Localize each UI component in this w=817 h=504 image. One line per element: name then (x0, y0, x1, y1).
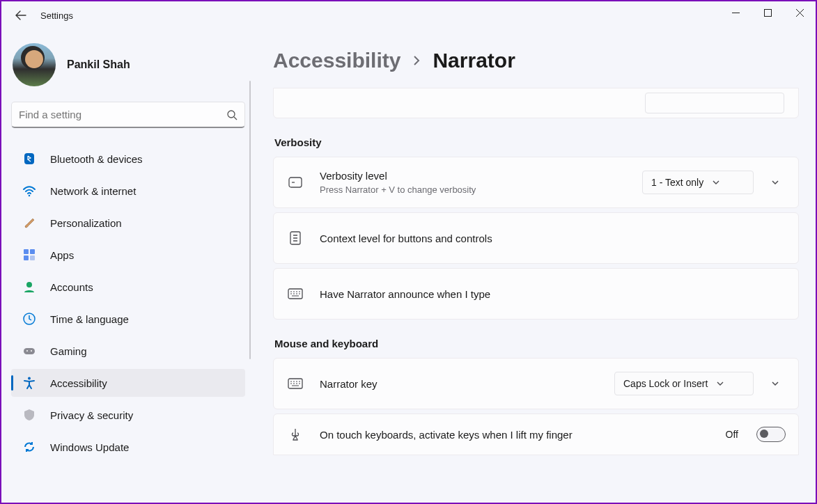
svg-point-8 (26, 282, 32, 288)
shield-icon (21, 407, 38, 423)
svg-point-13 (28, 377, 31, 380)
chevron-down-icon (770, 379, 780, 388)
sidebar-item-time[interactable]: Time & language (11, 305, 245, 333)
search-box[interactable] (11, 102, 245, 128)
sidebar-item-update[interactable]: Windows Update (11, 433, 245, 461)
sidebar-item-label: Gaming (50, 345, 87, 357)
breadcrumb: Accessibility Narrator (273, 49, 799, 72)
svg-rect-0 (764, 9, 771, 16)
chevron-down-icon (712, 178, 720, 187)
avatar (13, 43, 56, 86)
svg-point-3 (29, 195, 31, 197)
card-announce-type[interactable]: Have Narrator announce when I type (273, 268, 799, 320)
verbosity-level-sub: Press Narrator + V to change verbosity (320, 184, 642, 195)
svg-point-12 (31, 350, 32, 352)
verbosity-level-dropdown[interactable]: 1 - Text only (642, 171, 754, 194)
brush-icon (21, 214, 38, 231)
narrator-key-dropdown[interactable]: Caps Lock or Insert (614, 372, 754, 395)
svg-rect-10 (24, 348, 35, 354)
sidebar-item-label: Accounts (50, 281, 93, 293)
clock-icon (21, 310, 38, 327)
announce-type-label: Have Narrator announce when I type (320, 288, 786, 300)
apps-icon (21, 246, 38, 263)
sidebar-item-apps[interactable]: Apps (11, 241, 245, 269)
svg-rect-14 (289, 178, 302, 187)
sidebar-item-label: Privacy & security (50, 409, 133, 421)
card-partial-top (273, 88, 799, 118)
sidebar-item-label: Bluetooth & devices (50, 153, 143, 165)
window-title: Settings (40, 10, 73, 21)
titlebar: Settings (1, 1, 816, 29)
accessibility-icon (21, 375, 38, 391)
search-icon (226, 109, 238, 120)
sidebar-item-bluetooth[interactable]: Bluetooth & devices (11, 145, 245, 173)
svg-point-1 (228, 111, 235, 118)
breadcrumb-parent[interactable]: Accessibility (273, 49, 400, 72)
sidebar-item-label: Personalization (50, 217, 122, 229)
card-verbosity-level: Verbosity level Press Narrator + V to ch… (273, 157, 799, 208)
sidebar-item-personalization[interactable]: Personalization (11, 209, 245, 237)
touch-kbd-label: On touch keyboards, activate keys when I… (320, 429, 726, 441)
main-content: Accessibility Narrator Verbosity Verbosi… (252, 29, 816, 503)
sidebar-item-label: Network & internet (50, 185, 136, 197)
sidebar-item-label: Apps (50, 249, 74, 261)
touch-kbd-toggle[interactable] (756, 427, 786, 442)
svg-rect-6 (24, 255, 29, 260)
close-button[interactable] (784, 1, 816, 24)
person-icon (21, 278, 38, 295)
sidebar-item-accounts[interactable]: Accounts (11, 273, 245, 301)
minimize-button[interactable] (719, 1, 752, 24)
narrator-key-value: Caps Lock or Insert (623, 378, 708, 389)
context-level-label: Context level for buttons and controls (320, 233, 786, 244)
window-controls (719, 1, 816, 24)
sidebar-scrollbar[interactable] (249, 81, 251, 359)
close-icon (796, 9, 804, 17)
minimize-icon (732, 9, 740, 17)
update-icon (21, 439, 38, 455)
wifi-icon (21, 182, 38, 199)
touch-icon (286, 425, 304, 443)
sidebar-item-label: Accessibility (50, 377, 107, 389)
toggle-state-label: Off (726, 429, 738, 440)
sidebar-item-privacy[interactable]: Privacy & security (11, 401, 245, 429)
chevron-right-icon (410, 54, 423, 67)
maximize-icon (764, 9, 772, 17)
verbosity-level-value: 1 - Text only (651, 177, 703, 188)
chevron-down-icon (770, 178, 780, 187)
section-verbosity-title: Verbosity (274, 136, 799, 148)
user-profile[interactable]: Pankil Shah (7, 38, 249, 102)
sidebar-item-accessibility[interactable]: Accessibility (11, 369, 245, 397)
svg-point-11 (26, 350, 28, 352)
section-mouse-kbd-title: Mouse and keyboard (274, 338, 799, 349)
svg-rect-7 (30, 255, 35, 260)
back-button[interactable] (11, 6, 31, 25)
breadcrumb-current: Narrator (433, 49, 515, 72)
nav-list: Bluetooth & devices Network & internet P… (7, 138, 249, 461)
search-input[interactable] (19, 109, 226, 120)
user-name: Pankil Shah (67, 58, 130, 71)
verbosity-level-label: Verbosity level (320, 170, 642, 182)
card-context-level: Context level for buttons and controls (273, 212, 799, 264)
sidebar-item-network[interactable]: Network & internet (11, 177, 245, 205)
keyboard-icon (286, 285, 304, 303)
sidebar: Pankil Shah Bluetooth & devices Network … (1, 29, 252, 503)
tag-icon (286, 173, 304, 191)
card-narrator-key: Narrator key Caps Lock or Insert (273, 358, 799, 409)
partial-dropdown[interactable] (645, 93, 784, 113)
bluetooth-icon (21, 150, 38, 167)
sidebar-item-gaming[interactable]: Gaming (11, 337, 245, 365)
back-arrow-icon (15, 10, 26, 21)
maximize-button[interactable] (752, 1, 784, 24)
card-touch-keyboard: On touch keyboards, activate keys when I… (273, 414, 799, 455)
sidebar-item-label: Time & language (50, 313, 129, 325)
svg-rect-5 (30, 249, 35, 254)
narrator-key-label: Narrator key (320, 378, 614, 390)
document-icon (286, 229, 304, 247)
gamepad-icon (21, 342, 38, 359)
keyboard-icon (286, 375, 304, 393)
expand-verbosity-button[interactable] (765, 172, 786, 193)
settings-window: Settings Pankil Shah Bluetoot (0, 0, 817, 504)
svg-rect-4 (24, 249, 29, 254)
sidebar-item-label: Windows Update (50, 441, 129, 453)
expand-narrator-key-button[interactable] (765, 373, 786, 394)
